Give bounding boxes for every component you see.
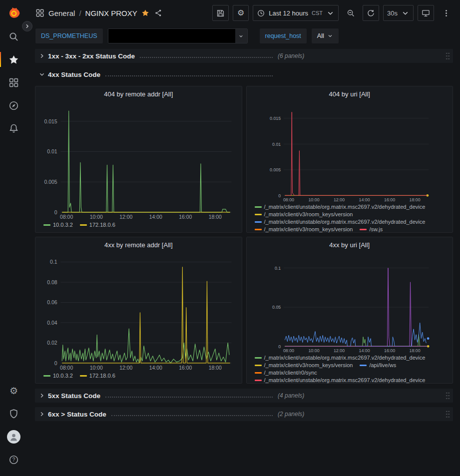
kebab-menu-icon [442,9,451,17]
compass-icon [8,100,19,111]
dashboard-apps-icon[interactable] [35,8,44,17]
breadcrumb-folder[interactable]: General [48,9,75,17]
panel-title[interactable]: 404 by remote addr [All] [35,86,242,101]
legend-series-label: /sw.js [369,226,383,233]
svg-text:0.1: 0.1 [274,266,280,271]
legend-series-label: /api/live/ws [369,362,396,369]
refresh-button[interactable] [363,5,379,21]
save-icon [216,9,225,17]
more-options-button[interactable] [438,5,454,21]
share-icon[interactable] [154,9,162,17]
panel-title[interactable]: 404 by uri [All] [247,86,453,101]
time-zone-label: CST [312,10,323,16]
section-header-5xx[interactable]: 5xx Status Code (4 panels) [35,389,453,403]
request-host-value: All [317,32,324,39]
legend-series-swatch [360,365,367,366]
datasource-select[interactable] [108,28,248,43]
shield-icon [8,409,19,419]
save-dashboard-button[interactable] [212,5,229,21]
panel-title[interactable]: 4xx by uri [All] [247,237,453,252]
svg-text:?: ? [12,457,15,463]
panel-title[interactable]: 4xx by remote addr [All] [35,237,242,252]
legend-series-label: 10.0.3.2 [53,222,73,228]
legend-series-swatch [255,380,262,381]
section-drag-handle[interactable] [446,392,450,400]
sidebar-item-starred[interactable] [0,48,27,71]
grafana-app: ⚙ ? [0,0,460,476]
legend-item[interactable]: /_matrix/client/unstable/org.matrix.msc2… [255,355,426,361]
legend-item[interactable]: /_matrix/client/v3/room_keys/version [255,211,353,218]
legend-item[interactable]: /_matrix/client/v3/room_keys/version [255,226,353,233]
sidebar-item-explore[interactable] [0,94,27,117]
sidebar-expand-toggle[interactable] [22,21,32,31]
svg-text:14:00: 14:00 [149,214,162,220]
chevron-right-icon [39,393,45,399]
legend-item[interactable]: 172.18.0.6 [80,373,115,379]
kiosk-mode-button[interactable] [418,5,434,21]
grafana-logo-icon [6,6,21,21]
svg-text:0: 0 [278,344,281,349]
section-header-4xx[interactable]: 4xx Status Code [35,67,453,81]
legend-item[interactable]: /_matrix/client/v3/room_keys/version [255,362,353,369]
favorite-star-icon[interactable] [141,9,149,17]
legend-item[interactable]: /_matrix/client/r0/sync [255,370,317,376]
legend-series-label: /_matrix/client/v3/room_keys/version [264,211,353,218]
section-header-1xx-3xx-2xx[interactable]: 1xx - 3xx - 2xx Status Code (6 panels) [35,49,453,63]
legend-item[interactable]: /_matrix/client/unstable/org.matrix.msc2… [255,219,426,225]
dashboard-settings-button[interactable]: ⚙ [233,5,249,21]
legend-item[interactable]: /sw.js [360,226,383,233]
section-dots [140,57,273,58]
sidebar-item-configuration[interactable]: ⚙ [0,379,27,402]
timeseries-chart[interactable]: 00.050.108:0010:0012:0014:0016:0018:00 [247,252,453,353]
legend-item[interactable]: /_matrix/client/unstable/org.matrix.msc2… [255,377,426,384]
section-title: 5xx Status Code [48,392,100,400]
sidebar-item-dashboards[interactable] [0,71,27,94]
svg-text:0.08: 0.08 [47,280,57,285]
refresh-interval-value: 30s [387,9,398,17]
timeseries-chart[interactable]: 00.0050.010.01508:0010:0012:0014:0016:00… [247,101,453,202]
svg-text:0.04: 0.04 [47,320,57,326]
sidebar-item-profile[interactable] [0,425,27,448]
grafana-logo[interactable] [0,3,27,25]
legend-item[interactable]: /_matrix/client/unstable/org.matrix.msc2… [255,204,426,210]
legend-series-swatch [255,214,262,215]
refresh-interval-select[interactable]: 30s [383,5,414,21]
timeseries-chart[interactable]: 00.0050.010.01508:0010:0012:0014:0016:00… [35,101,242,220]
panel-grid-4xx: 404 by remote addr [All] 00.0050.010.015… [35,86,453,384]
legend-series-swatch [80,375,87,377]
top-navigation-bar: General / NGINX PROXY [27,0,460,26]
section-header-6xx[interactable]: 6xx > Status Code (2 panels) [35,407,453,421]
svg-text:16:00: 16:00 [179,365,192,371]
legend-series-swatch [80,224,87,226]
time-range-picker[interactable]: Last 12 hours CST [253,5,339,21]
sidebar-item-server-admin[interactable] [0,402,27,425]
svg-text:0.02: 0.02 [47,340,57,346]
breadcrumb-separator: / [79,9,81,17]
legend-item[interactable]: 10.0.3.2 [43,373,73,379]
section-dots [111,415,273,416]
section-title: 4xx Status Code [48,71,100,78]
sidebar-item-alerting[interactable] [0,117,27,140]
legend-item[interactable]: 10.0.3.2 [43,222,73,228]
request-host-variable-label[interactable]: request_host [260,28,307,43]
section-drag-handle[interactable] [446,52,450,60]
svg-text:12:00: 12:00 [333,197,344,202]
svg-text:0.01: 0.01 [272,142,281,147]
sidebar-item-help[interactable]: ? [0,448,27,471]
svg-text:0: 0 [278,193,281,198]
legend-series-label: 10.0.3.2 [53,373,73,379]
zoom-out-button[interactable] [343,5,359,21]
dashboard-title[interactable]: NGINX PROXY [85,9,137,17]
timeseries-chart[interactable]: 00.020.040.060.080.108:0010:0012:0014:00… [35,252,242,371]
legend-series-label: 172.18.0.6 [89,373,115,379]
svg-text:08:00: 08:00 [60,365,73,371]
section-drag-handle[interactable] [446,410,450,419]
section-dots [105,397,273,398]
legend-item[interactable]: 172.18.0.6 [80,222,115,228]
legend-item[interactable]: /api/live/ws [360,362,396,369]
request-host-select[interactable]: All [312,28,339,43]
datasource-variable-label[interactable]: DS_PROMETHEUS [35,28,103,43]
svg-text:0: 0 [54,210,57,215]
svg-text:18:00: 18:00 [209,365,222,371]
time-range-label: Last 12 hours [269,9,308,17]
